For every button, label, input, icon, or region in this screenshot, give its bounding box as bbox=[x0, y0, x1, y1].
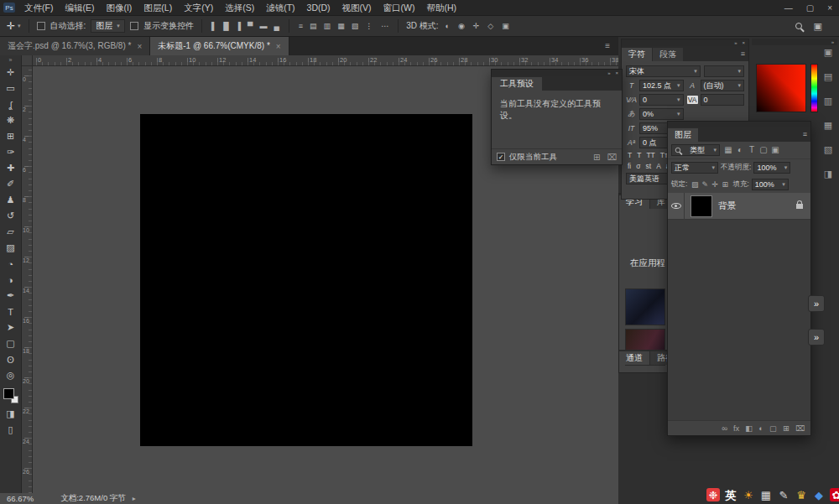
tab-tool-presets[interactable]: 工具预设 bbox=[492, 77, 542, 91]
menu-item-8[interactable]: 3D(D) bbox=[301, 3, 336, 13]
ordinals-button[interactable]: σ bbox=[636, 162, 640, 170]
path-select-tool-icon[interactable]: ➤ bbox=[2, 320, 20, 335]
ime-panel-icon[interactable]: ◆ bbox=[812, 488, 826, 501]
panel-close-icon[interactable]: × bbox=[742, 40, 745, 45]
ime-logo-icon[interactable]: ✿ bbox=[830, 488, 839, 501]
distribute-horizontal-centers-icon[interactable]: ▧ bbox=[350, 23, 361, 30]
align-left-edges-icon[interactable]: ▌ bbox=[210, 23, 218, 30]
menu-item-5[interactable]: 文字(Y) bbox=[178, 3, 219, 13]
current-tool-only-checkbox[interactable] bbox=[497, 153, 505, 161]
lock-image-pixels-icon[interactable]: ✎ bbox=[700, 181, 710, 189]
3d-slide-icon[interactable]: ◇ bbox=[486, 23, 495, 30]
lock-artboard-icon[interactable]: ⊞ bbox=[720, 181, 730, 189]
adjustment-layer-icon[interactable]: ◐ bbox=[758, 424, 763, 433]
delete-layer-icon[interactable]: ⌧ bbox=[795, 424, 805, 433]
crop-tool-icon[interactable]: ⊞ bbox=[2, 128, 20, 144]
lasso-tool-icon[interactable]: ʆ bbox=[2, 96, 20, 112]
all-caps-button[interactable]: TT bbox=[646, 151, 654, 159]
3d-scale-icon[interactable]: ▣ bbox=[500, 23, 511, 30]
show-transform-checkbox[interactable] bbox=[130, 22, 138, 30]
opacity-field[interactable]: 100%▾ bbox=[753, 162, 790, 174]
document-canvas[interactable] bbox=[140, 114, 472, 446]
filter-pixel-layers-icon[interactable]: ▦ bbox=[722, 146, 734, 154]
panel-group-bar[interactable]: » × bbox=[492, 70, 622, 76]
shape-tool-icon[interactable]: ▢ bbox=[2, 335, 20, 351]
document-tab-2[interactable]: 未标题-1 @ 66.7%(CMYK/8) * × bbox=[150, 37, 289, 55]
foreground-color-swatch[interactable] bbox=[3, 388, 14, 399]
ime-skin-icon[interactable]: ☀ bbox=[742, 488, 755, 501]
distribute-top-edges-icon[interactable]: ≡ bbox=[297, 23, 305, 30]
auto-select-checkbox[interactable] bbox=[37, 22, 45, 30]
panel-close-icon[interactable]: × bbox=[615, 70, 618, 75]
stylistic-alt-button[interactable]: A bbox=[656, 162, 661, 170]
zoom-tool-icon[interactable]: ◎ bbox=[2, 367, 20, 383]
faux-italic-button[interactable]: T bbox=[637, 151, 641, 159]
search-icon[interactable] bbox=[795, 21, 802, 31]
tab-overflow-icon[interactable]: ≡ bbox=[605, 37, 610, 55]
dodge-tool-icon[interactable]: ◑ bbox=[2, 272, 20, 288]
quick-select-tool-icon[interactable]: ❋ bbox=[2, 112, 20, 128]
heal-tool-icon[interactable]: ✚ bbox=[2, 160, 20, 176]
align-top-edges-icon[interactable]: ▀ bbox=[246, 23, 254, 30]
move-tool-icon[interactable]: ✛ bbox=[2, 65, 20, 81]
panel-menu-icon[interactable]: ≡ bbox=[741, 49, 745, 58]
faux-bold-button[interactable]: T bbox=[628, 151, 632, 159]
ime-trophy-icon[interactable]: ♛ bbox=[795, 488, 808, 501]
menu-item-11[interactable]: 帮助(H) bbox=[421, 3, 463, 13]
link-layers-icon[interactable]: ∞ bbox=[722, 424, 727, 433]
panel-collapse-icon[interactable]: » bbox=[831, 39, 834, 44]
ruler-origin-corner[interactable] bbox=[22, 55, 33, 66]
swash-button[interactable]: st bbox=[646, 162, 652, 170]
font-style-select[interactable]: ▾ bbox=[704, 65, 744, 77]
color-picker-field[interactable] bbox=[756, 64, 806, 112]
minimize-button[interactable]: — bbox=[784, 3, 793, 13]
current-tool-preset[interactable]: ✛ ▾ bbox=[7, 20, 21, 32]
filter-adjustment-layers-icon[interactable]: ◐ bbox=[734, 146, 746, 154]
delete-preset-icon[interactable]: ⌧ bbox=[607, 153, 617, 162]
new-preset-icon[interactable]: ⊞ bbox=[593, 153, 600, 162]
layer-name[interactable]: 背景 bbox=[718, 200, 796, 212]
3d-roll-icon[interactable]: ◉ bbox=[456, 23, 466, 30]
expand-panel-chevron-icon[interactable]: » bbox=[808, 295, 825, 312]
layer-row-background[interactable]: 背景 bbox=[668, 193, 810, 220]
eyedropper-tool-icon[interactable]: ✑ bbox=[2, 144, 20, 160]
new-layer-icon[interactable]: ⊞ bbox=[783, 424, 789, 433]
clone-stamp-tool-icon[interactable]: ♟ bbox=[2, 192, 20, 208]
expand-panel-chevron-icon[interactable]: » bbox=[808, 329, 825, 346]
font-family-select[interactable]: 宋体▾ bbox=[626, 65, 701, 77]
menu-item-6[interactable]: 选择(S) bbox=[219, 3, 260, 13]
eraser-tool-icon[interactable]: ▱ bbox=[2, 224, 20, 240]
zoom-level-field[interactable]: 66.67% bbox=[7, 494, 34, 503]
gradient-tool-icon[interactable]: ▨ bbox=[2, 240, 20, 256]
layer-filter-select[interactable]: 类型 ▾ bbox=[671, 144, 720, 156]
toolbar-collapse-icon[interactable]: » bbox=[9, 55, 13, 65]
workspace-switcher-icon[interactable]: ▣ bbox=[812, 22, 824, 31]
layer-thumbnail[interactable] bbox=[690, 195, 712, 217]
menu-item-2[interactable]: 编辑(E) bbox=[59, 3, 100, 13]
lock-position-icon[interactable]: ✛ bbox=[710, 181, 720, 189]
menu-item-3[interactable]: 图像(I) bbox=[100, 3, 138, 13]
align-right-edges-icon[interactable]: ▐ bbox=[234, 23, 242, 30]
menu-item-10[interactable]: 窗口(W) bbox=[378, 3, 421, 13]
distribute-left-edges-icon[interactable]: ▦ bbox=[336, 23, 347, 30]
pen-tool-icon[interactable]: ✒ bbox=[2, 288, 20, 304]
menu-item-4[interactable]: 图层(L) bbox=[138, 3, 178, 13]
document-tab-1[interactable]: 遥会字.psd @ 16.7%(3, RGB/8) * × bbox=[0, 37, 150, 55]
kerning-select[interactable]: 0▾ bbox=[639, 94, 684, 106]
panel-collapse-icon[interactable]: » bbox=[607, 70, 610, 75]
vertical-ruler[interactable]: 02468101214161820222426 bbox=[22, 66, 33, 493]
more-align-options-icon[interactable]: ⋯ bbox=[379, 23, 390, 30]
marquee-tool-icon[interactable]: ▭ bbox=[2, 81, 20, 96]
maximize-button[interactable]: ▢ bbox=[806, 3, 814, 13]
tab-character[interactable]: 字符 bbox=[622, 48, 652, 61]
filter-type-layers-icon[interactable]: T bbox=[746, 146, 758, 154]
tab-close-icon[interactable]: × bbox=[276, 42, 281, 51]
auto-select-target-dropdown[interactable]: 图层 ▾ bbox=[91, 19, 125, 33]
status-menu-icon[interactable]: ▸ bbox=[133, 495, 136, 502]
layer-group-icon[interactable]: ▢ bbox=[769, 424, 777, 433]
lock-transparent-pixels-icon[interactable]: ▨ bbox=[690, 181, 700, 189]
distribute-bottom-edges-icon[interactable]: ▥ bbox=[322, 23, 333, 30]
fill-field[interactable]: 100%▾ bbox=[752, 179, 789, 190]
3d-drag-icon[interactable]: ✛ bbox=[472, 23, 482, 30]
panel-collapse-icon[interactable]: » bbox=[734, 40, 737, 45]
